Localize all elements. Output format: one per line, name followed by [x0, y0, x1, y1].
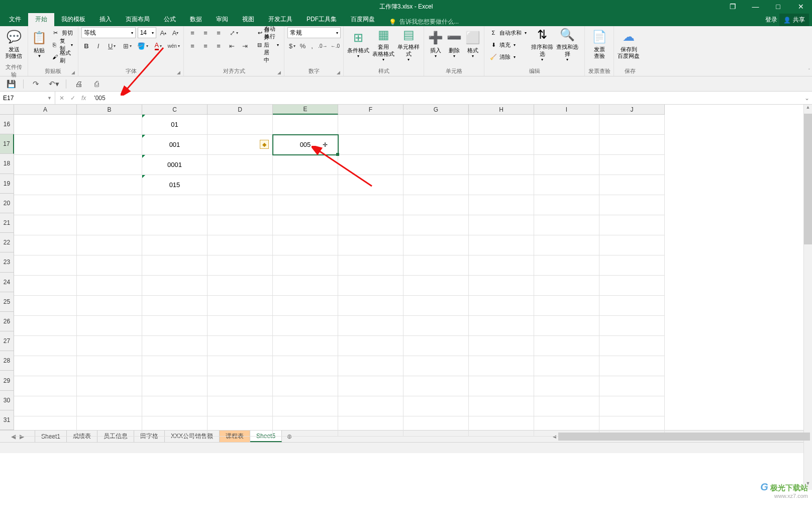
cell-D19[interactable] [208, 175, 273, 195]
cell-D24[interactable] [208, 276, 273, 296]
row-header-23[interactable]: 23 [0, 252, 14, 272]
cell-B30[interactable] [77, 396, 142, 416]
cell-B23[interactable] [77, 255, 142, 276]
cell-J23[interactable] [599, 255, 665, 276]
row-header-18[interactable]: 18 [0, 154, 14, 174]
tab-view[interactable]: 视图 [235, 13, 261, 26]
cell-I25[interactable] [534, 296, 599, 316]
cell-E23[interactable] [273, 255, 338, 276]
cell-B25[interactable] [77, 296, 142, 316]
row-header-21[interactable]: 21 [0, 213, 14, 233]
cell-J25[interactable] [599, 296, 665, 316]
align-middle-button[interactable]: ≡ [200, 27, 211, 38]
cell-F26[interactable] [338, 316, 403, 336]
cell-G24[interactable] [403, 276, 469, 296]
tab-insert[interactable]: 插入 [92, 13, 119, 26]
row-header-27[interactable]: 27 [0, 331, 14, 351]
cell-F17[interactable] [338, 135, 403, 155]
share-button[interactable]: 👤 共享 [779, 14, 809, 26]
orientation-button[interactable]: ⤢▾ [226, 27, 241, 38]
maximize-button[interactable]: □ [767, 0, 789, 13]
cell-G22[interactable] [403, 235, 469, 255]
send-to-wechat-button[interactable]: 💬 发送 到微信 [3, 27, 25, 62]
minimize-button[interactable]: — [744, 0, 767, 13]
cell-F20[interactable] [338, 195, 403, 215]
column-header-F[interactable]: F [338, 105, 403, 115]
merge-center-button[interactable]: ⊟合并后居中▾ [255, 39, 281, 50]
cell-A22[interactable] [14, 235, 77, 255]
cell-E26[interactable] [273, 316, 338, 336]
cell-D21[interactable] [208, 215, 273, 235]
cell-F25[interactable] [338, 296, 403, 316]
cell-D26[interactable] [208, 316, 273, 336]
font-size-combo[interactable]: 14▾ [138, 27, 156, 38]
cell-A26[interactable] [14, 316, 77, 336]
row-header-30[interactable]: 30 [0, 391, 14, 410]
cell-H30[interactable] [469, 396, 534, 416]
cell-F21[interactable] [338, 215, 403, 235]
row-header-19[interactable]: 19 [0, 174, 14, 194]
cell-C20[interactable] [142, 195, 208, 215]
decrease-decimal-button[interactable]: ←.0 [330, 40, 340, 51]
cell-E31[interactable] [273, 416, 338, 437]
cell-E18[interactable] [273, 155, 338, 175]
cell-J18[interactable] [599, 155, 665, 175]
expand-formula-bar-icon[interactable]: ⌄ [802, 92, 812, 104]
cell-F30[interactable] [338, 396, 403, 416]
cell-D16[interactable] [208, 115, 273, 135]
cell-B26[interactable] [77, 316, 142, 336]
italic-button[interactable]: I [93, 40, 104, 51]
cell-G19[interactable] [403, 175, 469, 195]
autosum-button[interactable]: Σ自动求和▾ [487, 27, 529, 38]
cell-A25[interactable] [14, 296, 77, 316]
cell-G21[interactable] [403, 215, 469, 235]
cell-G16[interactable] [403, 115, 469, 135]
cell-C30[interactable] [142, 396, 208, 416]
conditional-format-button[interactable]: ⊞条件格式▾ [347, 27, 370, 62]
cell-F23[interactable] [338, 255, 403, 276]
tab-my-templates[interactable]: 我的模板 [54, 13, 92, 26]
cell-J28[interactable] [599, 356, 665, 376]
increase-decimal-button[interactable]: .0→ [318, 40, 328, 51]
cell-C21[interactable] [142, 215, 208, 235]
cell-G30[interactable] [403, 396, 469, 416]
decrease-font-button[interactable]: A▾ [170, 27, 180, 38]
cell-H26[interactable] [469, 316, 534, 336]
column-header-H[interactable]: H [469, 105, 534, 115]
cell-A31[interactable] [14, 416, 77, 437]
close-button[interactable]: ✕ [789, 0, 812, 13]
cell-G27[interactable] [403, 336, 469, 356]
invoice-check-button[interactable]: 📄发票 查验 [588, 27, 611, 62]
cell-D20[interactable] [208, 195, 273, 215]
clear-button[interactable]: 🧹清除▾ [487, 51, 529, 62]
cancel-icon[interactable]: ✕ [59, 95, 64, 102]
sort-filter-button[interactable]: ⇅排序和筛选▾ [531, 27, 554, 62]
cell-I23[interactable] [534, 255, 599, 276]
cell-F31[interactable] [338, 416, 403, 437]
cell-C24[interactable] [142, 276, 208, 296]
increase-font-button[interactable]: A▴ [158, 27, 168, 38]
cell-E25[interactable] [273, 296, 338, 316]
cell-B28[interactable] [77, 356, 142, 376]
cell-I21[interactable] [534, 215, 599, 235]
cell-D30[interactable] [208, 396, 273, 416]
launcher-icon[interactable]: ◢ [277, 70, 281, 75]
row-header-26[interactable]: 26 [0, 312, 14, 331]
cell-D28[interactable] [208, 356, 273, 376]
cell-G20[interactable] [403, 195, 469, 215]
cell-F27[interactable] [338, 336, 403, 356]
scrollbar-thumb[interactable] [804, 114, 812, 244]
cell-E27[interactable] [273, 336, 338, 356]
cell-B19[interactable] [77, 175, 142, 195]
cell-I28[interactable] [534, 356, 599, 376]
save-button[interactable]: 💾 [5, 78, 17, 90]
cell-A29[interactable] [14, 376, 77, 396]
formula-input[interactable]: '005 [90, 92, 802, 104]
cell-A19[interactable] [14, 175, 77, 195]
cell-I26[interactable] [534, 316, 599, 336]
tab-baidu-cloud[interactable]: 百度网盘 [344, 13, 382, 26]
tell-me[interactable]: 💡 告诉我您想要做什么... [389, 18, 459, 26]
cell-C23[interactable] [142, 255, 208, 276]
row-header-28[interactable]: 28 [0, 351, 14, 371]
launcher-icon[interactable]: ◢ [337, 70, 340, 75]
